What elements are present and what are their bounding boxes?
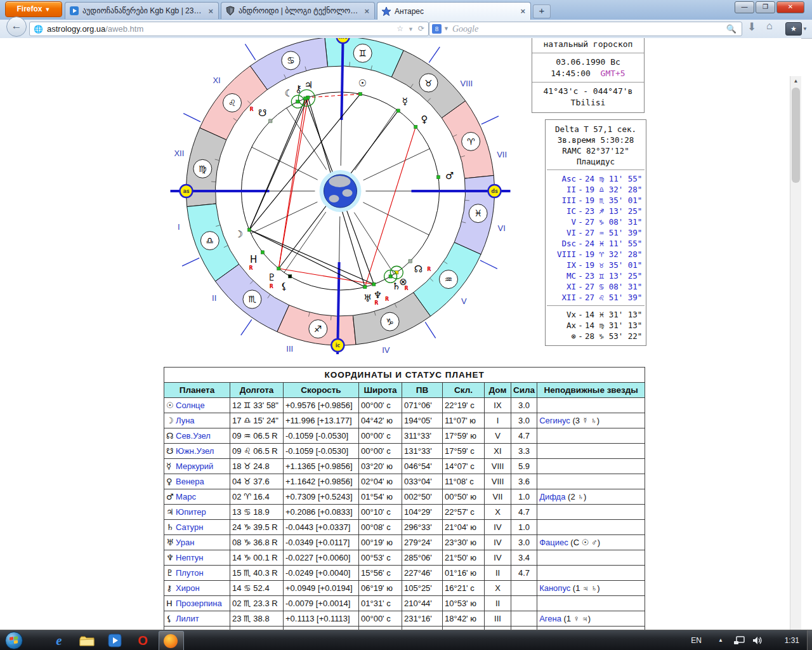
planet-name[interactable]: Уран xyxy=(176,538,194,547)
start-button[interactable] xyxy=(5,632,23,649)
planet-name[interactable]: Венера xyxy=(176,477,204,486)
house-cell: V xyxy=(485,428,511,444)
jupiter-glyph: ♃ xyxy=(304,79,312,91)
planet-name[interactable]: Прозерпина xyxy=(176,599,222,608)
house-cell: I xyxy=(485,413,511,428)
houses-panel: Delta T 57,1 сек. Зв.время 5:30:28 RAMC … xyxy=(545,119,646,346)
planet-name[interactable]: Хирон xyxy=(176,583,200,593)
col-header: Сила xyxy=(511,383,537,398)
firefox-taskbar-slot[interactable] xyxy=(159,631,184,650)
network-icon[interactable] xyxy=(733,630,745,650)
tab-2[interactable]: ანდროიდი | ბლოგი ტექნოლოგია× xyxy=(221,2,375,19)
tab-close-icon[interactable]: × xyxy=(519,6,527,16)
planet-name[interactable]: Сев.Узел xyxy=(176,431,211,441)
internet-explorer-icon[interactable]: e xyxy=(49,632,69,649)
house-numeral-III: III xyxy=(286,344,293,354)
fixed-star-cell: Канопус (1 ♃ ♄) xyxy=(537,581,645,596)
retrograde-mark: R xyxy=(427,267,431,272)
house-numeral-XI: XI xyxy=(213,76,220,85)
opera-icon[interactable]: O xyxy=(133,632,152,649)
planet-name[interactable]: Южн.Узел xyxy=(176,446,214,456)
downloads-icon[interactable]: ⬇ xyxy=(747,20,756,34)
search-engine-dropdown-icon[interactable]: ▼ xyxy=(443,22,449,36)
pv-cell: 231°16' xyxy=(402,611,443,627)
url-bar[interactable]: 🌐astrology.org.ua/aweb.htm ☆▼⟳ xyxy=(29,22,429,36)
hidden-icons-icon[interactable]: ▲ xyxy=(718,630,723,650)
pv-cell: 194°05' xyxy=(402,413,443,428)
new-tab-button[interactable]: + xyxy=(533,4,551,18)
bookmarks-caret-icon[interactable]: ▼ xyxy=(802,26,808,32)
home-icon[interactable]: ⌂ xyxy=(766,20,773,32)
fixed-star-cell xyxy=(537,428,645,444)
house-numeral-VII: VII xyxy=(497,150,507,159)
taskbar-clock[interactable]: 1:31 xyxy=(785,630,799,650)
lilith-glyph: ⚸ xyxy=(281,281,288,292)
back-button[interactable]: ← xyxy=(6,17,27,37)
planet-glyph: ⚸ xyxy=(166,614,176,623)
scrollbar-thumb[interactable] xyxy=(792,88,800,183)
tab-1[interactable]: აუდიოჩანაწერები Kgb Kgb | 238 აუ...× xyxy=(65,2,219,19)
browser-titlebar: Firefox▼ აუდიოჩანაწერები Kgb Kgb | 238 ა… xyxy=(0,0,812,20)
planet-name[interactable]: Сатурн xyxy=(176,522,203,532)
longitude-cell: 04 ♉ 37.6 xyxy=(230,474,284,489)
chiron-marker xyxy=(304,96,307,100)
speed-cell: -0.0079 [+0.0014] xyxy=(284,596,359,611)
longitude-cell: 02 ♏ 23.3 R xyxy=(230,596,284,611)
latitude-cell: 01°54' ю xyxy=(359,489,402,505)
tab-close-icon[interactable]: × xyxy=(363,6,370,16)
planet-name[interactable]: Марс xyxy=(176,492,196,501)
pv-cell: 131°33' xyxy=(402,444,443,459)
planet-name[interactable]: Лилит xyxy=(176,614,199,623)
url-dropdown-icon[interactable]: ▼ xyxy=(408,26,414,32)
play-icon xyxy=(69,6,79,16)
vertical-scrollbar[interactable]: ▲ ▼ xyxy=(790,76,801,630)
search-engine-icon[interactable]: 8 xyxy=(432,24,442,34)
fixed-star-cell: Фациес (С ☉ ♂) xyxy=(537,535,645,550)
planet-coordinates-table: КООРДИНАТЫ И СТАТУС ПЛАНЕТ ПланетаДолгот… xyxy=(164,367,645,630)
lilith-marker xyxy=(289,275,292,278)
bookmark-star-icon[interactable]: ☆ xyxy=(396,24,403,33)
delta-t: Delta T 57,1 сек. xyxy=(547,124,645,135)
restore-button[interactable]: ❐ xyxy=(756,1,775,13)
fixed-star-cell xyxy=(537,550,645,566)
firefox-menu-button[interactable]: Firefox▼ xyxy=(5,1,62,17)
reload-icon[interactable]: ⟳ xyxy=(418,24,424,33)
planet-name[interactable]: Юпитер xyxy=(176,507,206,517)
cusp-row: IC-23 ♐ 13' 25" xyxy=(547,206,645,216)
volume-icon[interactable] xyxy=(752,630,763,650)
house-cusp-line xyxy=(355,110,396,170)
table-header-row: ПланетаДолготаСкоростьШиротаПВСкл.ДомСил… xyxy=(164,383,645,398)
search-icon[interactable]: 🔍 xyxy=(726,22,737,36)
planet-name[interactable]: Меркурий xyxy=(176,461,213,471)
table-row: ☋Южн.Узел09 ♌ 06.5 R-0.1059 [-0.0530]00°… xyxy=(164,444,645,459)
power-cell: 3.0 xyxy=(511,535,537,550)
tab-close-icon[interactable]: × xyxy=(207,6,214,16)
speed-cell: -0.0249 [+0.0040] xyxy=(284,566,359,581)
axis-line xyxy=(341,38,343,120)
table-row: ♅Уран08 ♑ 36.8 R-0.0349 [+0.0117]00°19' … xyxy=(164,535,645,550)
planet-name[interactable]: Солнце xyxy=(176,401,205,410)
planet-name[interactable]: Плутон xyxy=(176,568,204,578)
media-player-icon[interactable] xyxy=(105,632,124,649)
speed-cell: -0.0443 [+0.0337] xyxy=(284,520,359,535)
scroll-up-icon[interactable]: ▲ xyxy=(790,76,801,86)
retrograde-mark: R xyxy=(249,107,253,112)
power-cell: 5.9 xyxy=(511,459,537,474)
windows-taskbar: e O EN ▲ 1:31 xyxy=(0,630,812,650)
speed-cell: -0.0227 [+0.0060] xyxy=(284,550,359,566)
tab-title: Антарес xyxy=(395,7,516,16)
planet-name[interactable]: Нептун xyxy=(176,553,203,562)
planet-name[interactable]: Луна xyxy=(176,416,195,425)
bookmarks-menu-button[interactable]: ★ xyxy=(785,22,802,36)
minimize-button[interactable]: — xyxy=(735,1,754,13)
search-bar[interactable]: 8 ▼ Google 🔍 xyxy=(429,22,742,36)
pv-cell: 046°54' xyxy=(402,459,443,474)
house-numeral-VIII: VIII xyxy=(461,79,473,88)
table-row: ♄Сатурн24 ♑ 39.5 R-0.0443 [+0.0337]00°08… xyxy=(164,520,645,535)
show-desktop-button[interactable] xyxy=(807,630,812,650)
language-indicator[interactable]: EN xyxy=(691,630,702,650)
close-button[interactable]: ✕ xyxy=(776,1,804,13)
tab-3[interactable]: Антарес× xyxy=(377,2,531,20)
cusp-row: Asc-24 ♍ 11' 55" xyxy=(547,173,645,184)
explorer-folder-icon[interactable] xyxy=(77,632,96,649)
